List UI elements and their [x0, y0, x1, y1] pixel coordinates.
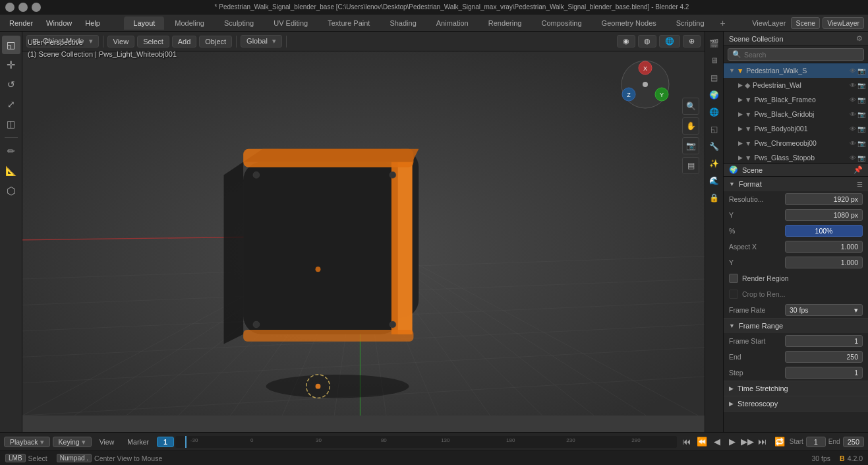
timeline-ruler[interactable]: -30 0 30 80 130 180 230 280 — [175, 436, 677, 448]
menu-window[interactable]: Window — [41, 18, 77, 28]
render-icon[interactable]: 📷 — [857, 154, 865, 162]
prev-keyframe-button[interactable]: ⏪ — [695, 435, 709, 449]
start-frame-value[interactable]: 1 — [806, 437, 826, 447]
outliner-search-box[interactable]: 🔍 — [728, 48, 864, 61]
visibility-icon[interactable]: 👁 — [850, 82, 856, 89]
prop-particles-icon[interactable]: ✨ — [707, 156, 722, 171]
prop-constraints-icon[interactable]: 🔒 — [707, 190, 722, 206]
tool-measure[interactable]: 📐 — [2, 162, 20, 180]
window-controls[interactable] — [5, 3, 41, 12]
tab-layout[interactable]: Layout — [124, 16, 164, 30]
scene-selector[interactable]: Scene — [791, 17, 820, 29]
tab-animation[interactable]: Animation — [427, 16, 478, 30]
layers-tool[interactable]: ▤ — [682, 157, 699, 174]
prop-modifier-icon[interactable]: 🔧 — [707, 139, 722, 154]
viewport-shading-solid[interactable]: ◉ — [617, 35, 635, 47]
keying-menu[interactable]: Keying ▾ — [53, 437, 92, 447]
jump-start-button[interactable]: ⏮ — [680, 435, 694, 449]
frame-rate-dropdown[interactable]: 30 fps ▾ — [785, 304, 863, 316]
render-icon[interactable]: 📷 — [857, 96, 865, 104]
tool-add[interactable]: ⬡ — [2, 181, 20, 200]
crop-render-checkbox[interactable] — [729, 290, 738, 299]
prop-scene-icon[interactable]: 🌍 — [707, 87, 722, 103]
outliner-search-input[interactable] — [744, 51, 859, 59]
tab-shading[interactable]: Shading — [380, 16, 425, 30]
viewport-overlay[interactable]: ⊕ — [683, 35, 701, 47]
tool-scale[interactable]: ⤢ — [2, 95, 20, 113]
render-icon[interactable]: 📷 — [857, 140, 865, 147]
maximize-button[interactable] — [18, 3, 28, 12]
3d-viewport-scene[interactable] — [22, 51, 705, 416]
visibility-icon[interactable]: 👁 — [850, 96, 856, 104]
visibility-icon[interactable]: 👁 — [850, 154, 856, 162]
outliner-item-pedestrian-walk[interactable]: ▼ ▼ Pedestrian_Walk_S 👁 📷 — [724, 63, 868, 78]
close-button[interactable] — [32, 3, 41, 12]
resolution-pct-value[interactable]: 100% — [785, 225, 863, 237]
time-stretching-header[interactable]: ▶ Time Stretching — [724, 381, 868, 396]
frame-start-value[interactable]: 1 — [785, 335, 863, 347]
frame-step-value[interactable]: 1 — [785, 367, 863, 379]
resolution-y-value[interactable]: 1080 px — [785, 209, 863, 221]
frame-end-value[interactable]: 250 — [785, 351, 863, 363]
tab-modeling[interactable]: Modeling — [165, 16, 214, 30]
next-frame-button[interactable]: ▶▶ — [740, 435, 755, 449]
menu-help[interactable]: Help — [80, 18, 105, 28]
aspect-x-value[interactable]: 1.000 — [785, 241, 863, 253]
format-section-header[interactable]: ▼ Format ☰ — [724, 177, 868, 191]
tab-compositing[interactable]: Compositing — [532, 16, 591, 30]
render-icon[interactable]: 📷 — [857, 67, 865, 75]
tool-transform[interactable]: ◫ — [2, 115, 20, 133]
object-menu[interactable]: Object — [199, 36, 232, 47]
stereoscopy-header[interactable]: ▶ Stereoscopy — [724, 396, 868, 411]
prop-object-icon[interactable]: ◱ — [707, 121, 722, 137]
pin-icon[interactable]: 📌 — [854, 166, 863, 174]
render-icon[interactable]: 📷 — [857, 111, 865, 118]
visibility-icon[interactable]: 👁 — [850, 125, 856, 133]
prop-world-icon[interactable]: 🌐 — [707, 104, 722, 120]
tool-annotate[interactable]: ✏ — [2, 142, 20, 160]
loop-button[interactable]: 🔁 — [772, 435, 787, 449]
viewport[interactable]: ⊞ Object Mode ▾ View Select Add Object G… — [22, 32, 705, 432]
transform-global[interactable]: Global ▾ — [241, 35, 282, 47]
tab-rendering[interactable]: Rendering — [479, 16, 531, 30]
pan-tool[interactable]: ✋ — [682, 117, 699, 135]
outliner-filter[interactable]: ⚙ — [856, 34, 863, 43]
play-button[interactable]: ▶ — [725, 435, 739, 449]
format-options-icon[interactable]: ☰ — [857, 181, 863, 188]
tab-uv-editing[interactable]: UV Editing — [264, 16, 317, 30]
viewport-shading-material[interactable]: ◍ — [638, 35, 656, 47]
camera-tool[interactable]: 📷 — [682, 137, 699, 154]
frame-range-header[interactable]: ▼ Frame Range — [724, 319, 868, 333]
minimize-button[interactable] — [5, 3, 14, 12]
tab-geometry-nodes[interactable]: Geometry Nodes — [593, 16, 666, 30]
render-icon[interactable]: 📷 — [857, 125, 865, 133]
render-icon[interactable]: 📷 — [857, 82, 865, 89]
tab-scripting[interactable]: Scripting — [667, 16, 714, 30]
tool-rotate[interactable]: ↺ — [2, 75, 20, 94]
outliner-item-ped-wal[interactable]: ▶ ◆ Pedestrian_Wal 👁 📷 — [724, 78, 868, 92]
add-workspace-button[interactable]: + — [715, 15, 731, 31]
tab-texture-paint[interactable]: Texture Paint — [318, 16, 379, 30]
playback-menu[interactable]: Playback ▾ — [4, 437, 50, 447]
render-region-checkbox[interactable] — [729, 274, 738, 283]
menu-render[interactable]: Render — [4, 18, 38, 28]
end-frame-value[interactable]: 250 — [843, 437, 864, 447]
outliner-item-black-grid[interactable]: ▶ ▼ Pws_Black_Gridobj 👁 📷 — [724, 107, 868, 121]
jump-end-button[interactable]: ⏭ — [755, 435, 770, 449]
prev-frame-button[interactable]: ◀ — [710, 435, 724, 449]
view-layer-selector[interactable]: ViewLayer — [823, 17, 864, 29]
visibility-icon[interactable]: 👁 — [850, 140, 856, 147]
outliner-item-chrome[interactable]: ▶ ▼ Pws_Chromeoobj00 👁 📷 — [724, 136, 868, 150]
viewport-shading-rendered[interactable]: 🌐 — [659, 35, 680, 47]
resolution-x-value[interactable]: 1920 px — [785, 193, 863, 205]
navigation-gizmo[interactable]: X Y Z — [619, 58, 672, 111]
outliner-item-black-frame[interactable]: ▶ ▼ Pws_Black_Frameo 👁 📷 — [724, 92, 868, 107]
outliner-item-body[interactable]: ▶ ▼ Pws_Bodyobj001 👁 📷 — [724, 121, 868, 136]
prop-output-icon[interactable]: 🖥 — [707, 53, 722, 69]
marker-menu[interactable]: Marker — [122, 437, 154, 447]
tab-sculpting[interactable]: Sculpting — [215, 16, 263, 30]
prop-view-layer-icon[interactable]: ▤ — [707, 70, 722, 86]
current-frame[interactable]: 1 — [157, 437, 174, 447]
visibility-icon[interactable]: 👁 — [850, 111, 856, 118]
tool-cursor[interactable]: ◱ — [2, 36, 20, 54]
